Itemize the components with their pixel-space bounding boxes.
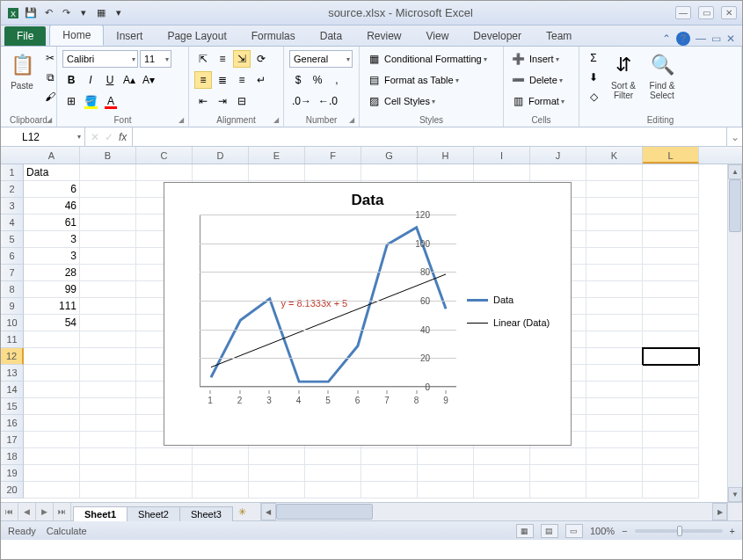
row-header[interactable]: 14 bbox=[1, 382, 24, 398]
cell[interactable] bbox=[80, 398, 136, 415]
vertical-scrollbar[interactable]: ▲ ▼ bbox=[727, 164, 742, 502]
comma-format-icon[interactable]: , bbox=[328, 71, 346, 89]
vscroll-thumb[interactable] bbox=[729, 179, 741, 232]
cell[interactable] bbox=[586, 265, 643, 281]
number-launcher-icon[interactable]: ◢ bbox=[346, 114, 357, 125]
cell[interactable] bbox=[643, 465, 699, 482]
cell[interactable] bbox=[80, 164, 136, 181]
row-header[interactable]: 1 bbox=[1, 164, 24, 181]
cell[interactable] bbox=[193, 164, 249, 181]
align-left-icon[interactable]: ≡ bbox=[194, 71, 212, 89]
row-header[interactable]: 13 bbox=[1, 365, 24, 382]
new-sheet-icon[interactable]: ✳ bbox=[232, 503, 253, 520]
normal-view-icon[interactable]: ▦ bbox=[516, 524, 534, 538]
cell[interactable] bbox=[24, 365, 80, 382]
ribbon-minimize-icon[interactable]: ⌃ bbox=[662, 33, 671, 45]
sheet-tab[interactable]: Sheet3 bbox=[179, 506, 233, 521]
close-button[interactable]: ✕ bbox=[721, 6, 737, 19]
format-cells-icon[interactable]: ▥ bbox=[509, 92, 527, 110]
page-break-view-icon[interactable]: ▭ bbox=[565, 524, 583, 538]
cell[interactable] bbox=[586, 198, 643, 215]
cell[interactable] bbox=[24, 432, 80, 448]
align-center-icon[interactable]: ≣ bbox=[214, 71, 231, 89]
cell[interactable] bbox=[80, 482, 136, 498]
select-all-corner[interactable] bbox=[1, 147, 24, 164]
cell[interactable] bbox=[24, 482, 80, 498]
row-header[interactable]: 16 bbox=[1, 415, 24, 432]
tab-home[interactable]: Home bbox=[49, 25, 104, 46]
cell[interactable] bbox=[530, 164, 586, 181]
grow-font-icon[interactable]: A▴ bbox=[120, 71, 138, 89]
row-header[interactable]: 5 bbox=[1, 231, 24, 248]
row-header[interactable]: 10 bbox=[1, 315, 24, 331]
undo-icon[interactable]: ↶ bbox=[41, 6, 55, 20]
cell[interactable] bbox=[249, 482, 305, 498]
cell[interactable] bbox=[80, 198, 136, 215]
cell[interactable] bbox=[474, 164, 530, 181]
cell[interactable] bbox=[249, 448, 305, 465]
cell[interactable]: 111 bbox=[24, 298, 80, 315]
format-cells-button[interactable]: Format bbox=[528, 96, 559, 106]
cell[interactable] bbox=[136, 465, 193, 482]
cell[interactable] bbox=[586, 331, 643, 348]
increase-decimal-icon[interactable]: .0→ bbox=[289, 92, 314, 110]
align-middle-icon[interactable]: ≡ bbox=[214, 50, 231, 68]
autosum-icon[interactable]: Σ bbox=[585, 49, 602, 67]
merge-center-icon[interactable]: ⊟ bbox=[233, 92, 251, 110]
cell-styles-icon[interactable]: ▨ bbox=[365, 92, 382, 110]
cell[interactable] bbox=[643, 398, 699, 415]
paste-button[interactable]: 📋 Paste bbox=[6, 49, 38, 113]
cancel-formula-icon[interactable]: ✕ bbox=[91, 131, 99, 143]
cell[interactable] bbox=[80, 465, 136, 482]
delete-cells-icon[interactable]: ➖ bbox=[509, 71, 528, 89]
cell[interactable] bbox=[474, 465, 530, 482]
workbook-restore-icon[interactable]: ▭ bbox=[711, 33, 721, 45]
cell[interactable] bbox=[80, 265, 136, 281]
column-header[interactable]: C bbox=[136, 147, 193, 164]
cell[interactable] bbox=[643, 348, 699, 365]
tab-review[interactable]: Review bbox=[354, 26, 413, 46]
cell[interactable] bbox=[586, 164, 643, 181]
format-as-table-icon[interactable]: ▤ bbox=[365, 71, 382, 89]
align-top-icon[interactable]: ⇱ bbox=[194, 50, 212, 68]
sort-filter-button[interactable]: ⇵ Sort & Filter bbox=[606, 49, 641, 113]
help-icon[interactable]: ? bbox=[676, 32, 690, 46]
cell[interactable] bbox=[24, 331, 80, 348]
cell[interactable] bbox=[249, 164, 305, 181]
column-header[interactable]: A bbox=[24, 147, 80, 164]
percent-format-icon[interactable]: % bbox=[309, 71, 326, 89]
name-box[interactable]: L12 bbox=[1, 127, 85, 146]
file-tab[interactable]: File bbox=[4, 26, 46, 46]
cell[interactable] bbox=[586, 315, 643, 331]
font-size-combo[interactable]: 11 bbox=[140, 50, 171, 68]
cell[interactable] bbox=[643, 281, 699, 298]
cell[interactable] bbox=[361, 465, 418, 482]
cell[interactable] bbox=[643, 198, 699, 215]
cell[interactable] bbox=[24, 448, 80, 465]
wrap-text-icon[interactable]: ↵ bbox=[252, 71, 270, 89]
last-sheet-icon[interactable]: ⏭ bbox=[54, 503, 71, 520]
cell[interactable] bbox=[305, 448, 361, 465]
format-painter-icon[interactable]: 🖌 bbox=[41, 88, 59, 105]
cell[interactable] bbox=[643, 215, 699, 231]
number-format-combo[interactable]: General bbox=[289, 50, 353, 68]
tab-view[interactable]: View bbox=[414, 26, 462, 46]
cell[interactable] bbox=[643, 315, 699, 331]
cell[interactable] bbox=[418, 482, 474, 498]
cell[interactable] bbox=[80, 181, 136, 198]
redo-icon[interactable]: ↷ bbox=[59, 6, 73, 20]
cell[interactable] bbox=[643, 448, 699, 465]
cell[interactable] bbox=[80, 248, 136, 265]
cell[interactable]: 28 bbox=[24, 265, 80, 281]
cell[interactable]: Data bbox=[24, 164, 80, 181]
cell[interactable] bbox=[136, 448, 193, 465]
cell[interactable] bbox=[643, 432, 699, 448]
tab-page-layout[interactable]: Page Layout bbox=[155, 26, 238, 46]
cell[interactable] bbox=[80, 331, 136, 348]
row-header[interactable]: 11 bbox=[1, 331, 24, 348]
embedded-chart[interactable]: Data y = 8.1333x + 5 0204060801001201234… bbox=[164, 182, 572, 446]
bold-button[interactable]: B bbox=[62, 71, 80, 89]
copy-icon[interactable]: ⧉ bbox=[41, 69, 59, 86]
fx-icon[interactable]: fx bbox=[119, 131, 127, 143]
cell[interactable] bbox=[643, 415, 699, 432]
